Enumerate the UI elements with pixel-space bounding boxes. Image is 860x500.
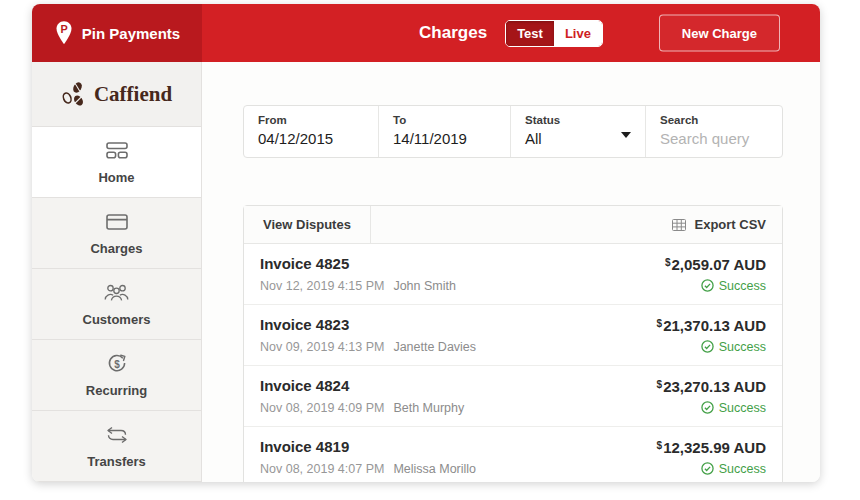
from-date-field[interactable]: From 04/12/2015 bbox=[244, 106, 379, 157]
sidebar-item-label: Charges bbox=[90, 241, 142, 256]
main-content: From 04/12/2015 To 14/11/2019 Status All… bbox=[202, 62, 820, 482]
charge-datetime: Nov 12, 2019 4:15 PM bbox=[260, 279, 384, 293]
table-row[interactable]: Invoice 4823 Nov 09, 2019 4:13 PMJanette… bbox=[244, 305, 782, 366]
charges-table: View Disputes Export CSV bbox=[243, 205, 783, 482]
toggle-live-button[interactable]: Live bbox=[554, 21, 602, 46]
export-csv-button[interactable]: Export CSV bbox=[656, 206, 782, 243]
pin-icon: P bbox=[54, 20, 74, 46]
charge-datetime: Nov 09, 2019 4:13 PM bbox=[260, 340, 384, 354]
brand-name: Pin Payments bbox=[82, 25, 180, 42]
svg-text:$: $ bbox=[114, 358, 120, 369]
status-badge: Success bbox=[701, 462, 766, 476]
new-charge-button[interactable]: New Charge bbox=[659, 15, 780, 52]
status-badge: Success bbox=[701, 340, 766, 354]
charge-amount: $21,370.13 AUD bbox=[657, 317, 766, 334]
table-grid-icon bbox=[672, 219, 686, 231]
from-label: From bbox=[258, 114, 364, 126]
charge-amount: $23,270.13 AUD bbox=[657, 378, 766, 395]
currency-symbol: $ bbox=[665, 257, 671, 268]
status-value[interactable]: All bbox=[525, 130, 631, 147]
sidebar-item-recurring[interactable]: $ Recurring bbox=[32, 340, 201, 411]
sidebar-item-label: Transfers bbox=[87, 454, 146, 469]
status-badge: Success bbox=[701, 401, 766, 415]
sidebar-item-charges[interactable]: Charges bbox=[32, 198, 201, 269]
success-check-icon bbox=[701, 279, 714, 292]
dashboard-icon bbox=[106, 140, 128, 162]
table-row[interactable]: Invoice 4824 Nov 08, 2019 4:09 PMBeth Mu… bbox=[244, 366, 782, 427]
status-label: Success bbox=[719, 279, 766, 293]
chevron-down-icon bbox=[621, 132, 631, 138]
charge-datetime: Nov 08, 2019 4:09 PM bbox=[260, 401, 384, 415]
status-badge: Success bbox=[701, 279, 766, 293]
sidebar-item-transfers[interactable]: Transfers bbox=[32, 411, 201, 482]
customer-name: Melissa Morillo bbox=[393, 462, 476, 476]
svg-text:P: P bbox=[60, 23, 67, 35]
invoice-title: Invoice 4823 bbox=[260, 316, 476, 333]
test-live-toggle: Test Live bbox=[505, 20, 603, 47]
currency-symbol: $ bbox=[657, 318, 663, 329]
success-check-icon bbox=[701, 462, 714, 475]
invoice-title: Invoice 4819 bbox=[260, 438, 476, 455]
search-label: Search bbox=[660, 114, 768, 126]
to-date-value[interactable]: 14/11/2019 bbox=[393, 130, 496, 147]
customer-name: John Smith bbox=[393, 279, 456, 293]
export-csv-label: Export CSV bbox=[694, 217, 766, 232]
pin-payments-logo[interactable]: P Pin Payments bbox=[32, 4, 202, 62]
table-row[interactable]: Invoice 4819 Nov 08, 2019 4:07 PMMelissa… bbox=[244, 427, 782, 482]
app-window: P Pin Payments Charges Test Live New Cha… bbox=[32, 4, 820, 482]
currency-symbol: $ bbox=[657, 379, 663, 390]
customers-icon bbox=[104, 282, 129, 304]
sidebar-item-label: Recurring bbox=[86, 383, 147, 398]
invoice-title: Invoice 4824 bbox=[260, 377, 464, 394]
customer-name: Janette Davies bbox=[393, 340, 476, 354]
sidebar-item-customers[interactable]: Customers bbox=[32, 269, 201, 340]
status-select[interactable]: Status All bbox=[511, 106, 646, 157]
invoice-title: Invoice 4825 bbox=[260, 255, 456, 272]
charge-amount: $12,325.99 AUD bbox=[657, 439, 766, 456]
status-label: Success bbox=[719, 340, 766, 354]
sidebar-item-label: Home bbox=[98, 170, 134, 185]
to-date-field[interactable]: To 14/11/2019 bbox=[379, 106, 511, 157]
charge-datetime: Nov 08, 2019 4:07 PM bbox=[260, 462, 384, 476]
recurring-icon: $ bbox=[106, 353, 128, 375]
success-check-icon bbox=[701, 340, 714, 353]
search-input[interactable] bbox=[660, 130, 768, 147]
merchant-name: Caffiend bbox=[94, 82, 172, 107]
to-label: To bbox=[393, 114, 496, 126]
page-title: Charges bbox=[419, 23, 487, 43]
customer-name: Beth Murphy bbox=[393, 401, 464, 415]
transfers-icon bbox=[105, 424, 129, 446]
header-bar: Charges Test Live New Charge bbox=[202, 4, 820, 62]
sidebar-item-label: Customers bbox=[83, 312, 151, 327]
merchant-logo[interactable]: Caffiend bbox=[32, 62, 201, 127]
filter-bar: From 04/12/2015 To 14/11/2019 Status All… bbox=[243, 105, 783, 158]
sidebar: Caffiend Home bbox=[32, 62, 202, 482]
charge-amount: $2,059.07 AUD bbox=[665, 256, 766, 273]
toggle-test-button[interactable]: Test bbox=[506, 21, 554, 46]
table-toolbar: View Disputes Export CSV bbox=[244, 206, 782, 244]
status-label: Status bbox=[525, 114, 631, 126]
sidebar-item-home[interactable]: Home bbox=[32, 127, 201, 198]
view-disputes-button[interactable]: View Disputes bbox=[244, 206, 371, 243]
currency-symbol: $ bbox=[657, 440, 663, 451]
table-row[interactable]: Invoice 4825 Nov 12, 2019 4:15 PMJohn Sm… bbox=[244, 244, 782, 305]
credit-card-icon bbox=[106, 211, 128, 233]
from-date-value[interactable]: 04/12/2015 bbox=[258, 130, 364, 147]
status-label: Success bbox=[719, 401, 766, 415]
toolbar-spacer bbox=[371, 206, 657, 243]
status-label: Success bbox=[719, 462, 766, 476]
search-field: Search bbox=[646, 106, 782, 157]
success-check-icon bbox=[701, 401, 714, 414]
coffee-beans-icon bbox=[61, 79, 87, 109]
top-header: P Pin Payments Charges Test Live New Cha… bbox=[32, 4, 820, 62]
